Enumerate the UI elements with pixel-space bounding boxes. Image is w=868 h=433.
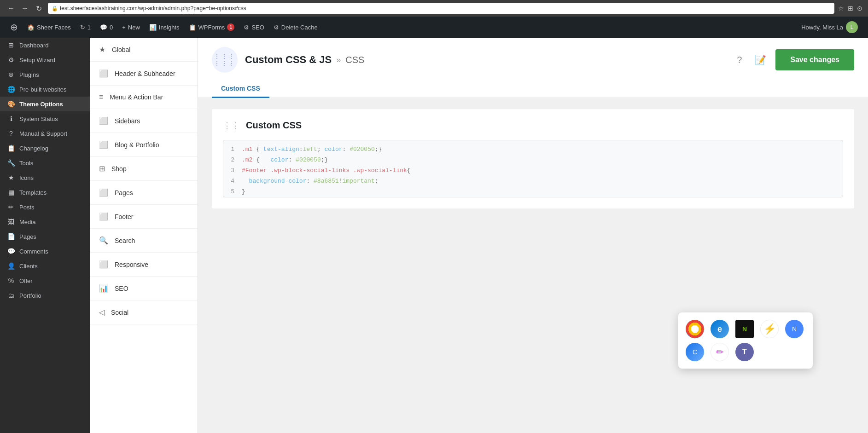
pre-built-icon: 🌐	[6, 86, 16, 93]
sidebar-item-pages[interactable]: 📄 Pages	[0, 229, 90, 244]
sidebar-item-tools[interactable]: 🔧 Tools	[0, 156, 90, 170]
updates-item[interactable]: ↻ 1	[76, 17, 95, 38]
extension-popup: e N ⚡ N C ✏ T	[678, 312, 813, 369]
sidebar-item-theme-options[interactable]: 🎨 Theme Options	[0, 97, 90, 111]
sidebar-item-manual-support[interactable]: ? Manual & Support	[0, 126, 90, 141]
wp-admin-bar: ⊕ 🏠 Sheer Faces ↻ 1 💬 0 + New 📊 Insights…	[0, 17, 868, 38]
theme-sidebar-global[interactable]: ★ Global	[90, 38, 198, 62]
star-icon: ★	[99, 45, 105, 54]
theme-sidebar-social[interactable]: ◁ Social	[90, 300, 198, 324]
insights-item[interactable]: 📊 Insights	[145, 17, 184, 38]
sidebar-item-clients[interactable]: 👤 Clients	[0, 259, 90, 273]
code-editor[interactable]: 1 .m1 { text-align:left; color: #020050;…	[223, 140, 843, 197]
comments-item[interactable]: 💬 0	[95, 17, 117, 38]
sidebar-item-label: Tools	[19, 160, 33, 167]
tab-custom-css[interactable]: Custom CSS	[212, 80, 269, 98]
back-button[interactable]: ←	[6, 3, 17, 14]
ext-icon-edge[interactable]: e	[711, 320, 729, 338]
seo-item[interactable]: ⚙ SEO	[239, 17, 268, 38]
sidebar-item-setup-wizard[interactable]: ⚙ Setup Wizard	[0, 52, 90, 67]
theme-sidebar-search[interactable]: 🔍 Search	[90, 229, 198, 253]
refresh-button[interactable]: ↻	[33, 3, 44, 14]
wpforms-item[interactable]: 📋 WPForms 1	[184, 17, 239, 38]
ext-icon-nordvpn[interactable]: N	[785, 320, 804, 338]
breadcrumb-subtitle: CSS	[345, 55, 364, 65]
sidebar-item-templates[interactable]: ▦ Templates	[0, 185, 90, 200]
header-actions: ? 📝 Save changes	[733, 49, 854, 70]
sidebar-item-label: Portfolio	[19, 292, 41, 299]
sidebar-item-plugins[interactable]: ⊛ Plugins	[0, 67, 90, 82]
delete-cache-item[interactable]: ⚙ Delete Cache	[269, 17, 322, 38]
line-content: .m1 { text-align:left; color: #020050;}	[242, 145, 843, 154]
menu-icon: ≡	[99, 93, 103, 101]
admin-sidebar: ⊞ Dashboard ⚙ Setup Wizard ⊛ Plugins 🌐 P…	[0, 38, 90, 433]
header-icon-circle: ⋮⋮⋮⋮⋮⋮	[212, 47, 238, 73]
plugins-icon: ⊛	[6, 71, 16, 78]
ext-icon-nvidia[interactable]: N	[735, 320, 754, 338]
sidebar-item-dashboard[interactable]: ⊞ Dashboard	[0, 38, 90, 52]
theme-sidebar-footer[interactable]: ⬜ Footer	[90, 205, 198, 229]
drag-handle-icon[interactable]: ⋮⋮	[223, 121, 239, 131]
ext-icon-chrome2[interactable]: C	[686, 343, 704, 361]
extension-icon[interactable]: ⊞	[848, 5, 853, 12]
code-line-4: 4 background-color: #8a6851!important;	[223, 176, 843, 186]
wp-logo[interactable]: ⊕	[6, 17, 23, 38]
sidebar-item-comments[interactable]: 💬 Comments	[0, 244, 90, 259]
forward-button[interactable]: →	[19, 3, 30, 14]
sidebar-item-label: Templates	[19, 189, 47, 196]
updates-icon: ↻	[80, 24, 85, 31]
save-changes-button[interactable]: Save changes	[775, 49, 854, 70]
header-top: ⋮⋮⋮⋮⋮⋮ Custom CSS & JS » CSS ? 📝 Save ch…	[212, 47, 854, 73]
sidebar-item-posts[interactable]: ✏ Posts	[0, 200, 90, 214]
notes-button[interactable]: 📝	[751, 52, 770, 67]
theme-sidebar-shop[interactable]: ⊞ Shop	[90, 157, 198, 181]
new-item[interactable]: + New	[117, 17, 145, 38]
sidebar-item-label: Comments	[19, 248, 48, 255]
site-name-item[interactable]: 🏠 Sheer Faces	[23, 17, 76, 38]
sidebar-item-label: Media	[19, 219, 35, 225]
ext-icon-bluetooth[interactable]: ⚡	[760, 320, 779, 338]
content-header: ⋮⋮⋮⋮⋮⋮ Custom CSS & JS » CSS ? 📝 Save ch…	[198, 38, 868, 98]
tabs-row: Custom CSS	[212, 80, 854, 98]
shop-icon: ⊞	[99, 164, 105, 173]
sidebar-item-pre-built[interactable]: 🌐 Pre-built websites	[0, 82, 90, 97]
sidebar-item-portfolio[interactable]: 🗂 Portfolio	[0, 288, 90, 303]
help-button[interactable]: ?	[733, 53, 746, 67]
sidebar-item-label: Plugins	[19, 71, 39, 78]
icons-icon: ★	[6, 174, 16, 181]
theme-sidebar-menu-action-bar[interactable]: ≡ Menu & Action Bar	[90, 86, 198, 109]
user-profile-icon[interactable]: ⊙	[857, 5, 862, 12]
code-line-1: 1 .m1 { text-align:left; color: #020050;…	[223, 144, 843, 155]
sidebar-item-offer[interactable]: % Offer	[0, 273, 90, 288]
avatar[interactable]: L	[846, 21, 858, 33]
sidebar-item-label: Posts	[19, 204, 35, 211]
setup-wizard-icon: ⚙	[6, 56, 16, 64]
sidebar-item-label: Changelog	[19, 145, 48, 152]
theme-sidebar-header-subheader[interactable]: ⬜ Header & Subheader	[90, 62, 198, 86]
theme-sidebar-pages[interactable]: ⬜ Pages	[90, 181, 198, 205]
manual-support-icon: ?	[6, 130, 16, 137]
theme-sidebar-sidebars[interactable]: ⬜ Sidebars	[90, 109, 198, 133]
address-bar[interactable]: 🔒 test.sheerfaceslashtraining.com/wp-adm…	[48, 3, 834, 14]
ext-icon-pencil[interactable]: ✏	[711, 343, 729, 361]
theme-sidebar-blog-portfolio[interactable]: ⬜ Blog & Portfolio	[90, 133, 198, 157]
theme-sidebar-seo[interactable]: 📊 SEO	[90, 277, 198, 300]
sidebar-item-system-status[interactable]: ℹ System Status	[0, 111, 90, 126]
ext-icon-chrome[interactable]	[686, 320, 704, 338]
line-number: 3	[223, 166, 242, 174]
bookmark-icon[interactable]: ☆	[838, 5, 844, 12]
sidebar-item-changelog[interactable]: 📋 Changelog	[0, 141, 90, 156]
bar-chart-icon: 📊	[149, 24, 157, 31]
code-line-2: 2 .m2 { color: #020050;}	[223, 155, 843, 165]
sidebar-item-media[interactable]: 🖼 Media	[0, 214, 90, 229]
theme-options-sidebar: ★ Global ⬜ Header & Subheader ≡ Menu & A…	[90, 38, 198, 433]
sidebar-item-label: Icons	[19, 174, 34, 181]
sidebar-item-icons[interactable]: ★ Icons	[0, 170, 90, 185]
ext-icon-teams[interactable]: T	[735, 343, 754, 361]
theme-sidebar-responsive[interactable]: ⬜ Responsive	[90, 253, 198, 277]
theme-sidebar-label: Global	[112, 46, 130, 53]
main-content: ⋮⋮⋮⋮⋮⋮ Custom CSS & JS » CSS ? 📝 Save ch…	[198, 38, 868, 433]
theme-sidebar-label: Social	[111, 309, 128, 316]
header-icon: ⬜	[99, 69, 108, 78]
offer-icon: %	[6, 277, 16, 284]
